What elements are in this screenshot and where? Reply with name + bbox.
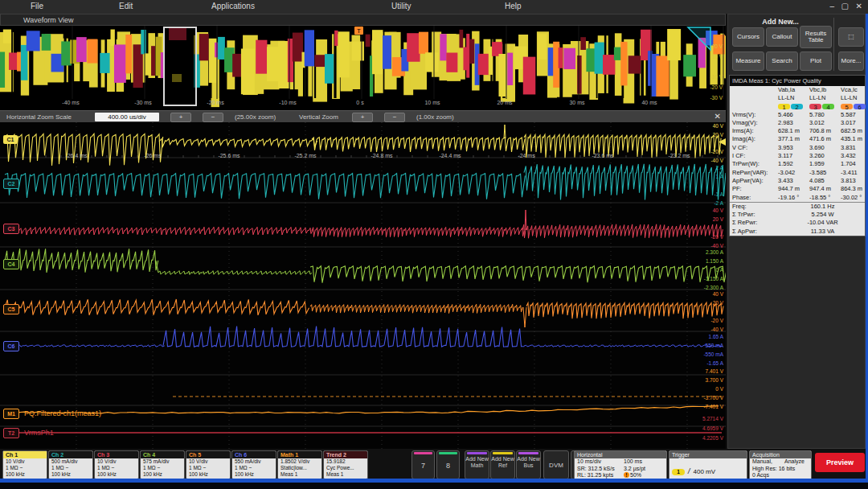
channel-tag-c1[interactable]: C1 [3,135,18,144]
zoom-selection-box[interactable] [163,27,197,106]
meas-col-header: Vbc,Ib [809,86,841,94]
c4-scale-label: 1.150 A [706,258,723,265]
scope-time-label: -26 ms [127,153,178,158]
meas-row: Irms(A):628.1 m706.8 m682.5 m [730,127,865,135]
meas-label: PF: [732,185,778,193]
badge-line: 1 MΩ ~ [49,465,92,471]
scope-view[interactable]: -26.4 ms -26 ms -25.6 ms -25.2 ms -24.8 … [0,122,726,449]
channel-badge-ch2[interactable]: Ch 2500 mA/div1 MΩ ~100 kHz [48,450,93,479]
meas-value: 944.7 m [778,185,809,193]
badge-line: 15.9182 [324,458,367,465]
hzoom-plus-button[interactable]: + [170,113,191,122]
add-new-math-button[interactable]: Add New Math [465,450,489,479]
vzoom-plus-button[interactable]: + [352,113,373,122]
trigger-slope-icon: / [688,467,690,475]
scope-waveform-plot [0,122,726,449]
c4-scale-label: -2.300 A [704,285,723,291]
search-button[interactable]: Search [766,51,798,71]
channel-8-button[interactable]: 8 [436,450,460,479]
t2-scale-label: 5.2714 V [702,416,723,422]
channel-badge-ch6[interactable]: Ch 6550 mA/div1 MΩ ~100 kHz [231,450,276,479]
channel-tag-t2[interactable]: T2 [3,428,19,438]
add-new-title: Add New... [728,18,833,26]
maximize-icon[interactable]: ▢ [841,2,849,10]
bottom-bar: Ch 110 V/div1 MΩ ~100 kHz Ch 2500 mA/div… [0,449,868,489]
math1-badge[interactable]: Math 11.8502 V/divStatic|low...Meas 1 [277,450,322,479]
channel-badge-ch3[interactable]: Ch 310 V/div1 MΩ ~100 kHz [94,450,139,479]
acquisition-panel[interactable]: Acquisition Manual,Analyze High Res: 16 … [749,450,812,481]
trend2-badge[interactable]: Trend 215.9182Cyc Powe...Meas 1 [323,450,368,479]
meas-value: 3.813 [841,177,867,185]
channel-tag-m1[interactable]: M1 [3,409,19,419]
add-new-bus-label: Add New Bus [517,456,540,469]
trigger-panel[interactable]: Trigger 1/400 mV [669,450,747,481]
badge-line: 1 MΩ ~ [3,465,47,471]
overview-waveform[interactable]: T -40 ms -30 ms -20 ms -10 ms 0 s 10 ms … [0,26,726,110]
meas-row: TrPwr(W):1.5921.9591.704 [730,160,865,168]
overview-scale-label: -30 V [710,95,723,101]
cursors-button[interactable]: Cursors [732,27,764,47]
meas-label: V CF: [732,144,778,152]
meas-value: 3.953 [778,144,809,152]
meas-row: Imag(A):377.1 m471.6 m435.1 m [730,135,865,143]
vzoom-minus-button[interactable]: − [384,113,405,122]
more-button-label: More... [841,58,862,64]
menu-item-utility[interactable]: Utility [391,2,411,10]
channel-tag-c5[interactable]: C5 [3,304,19,314]
meas-value: -3.042 [778,169,809,177]
meas-label: Vmag(V): [732,119,778,127]
meas-col-subheader: LL-LN [841,94,867,102]
waveform-view-tab[interactable]: Waveform View [0,14,726,26]
results-table-button[interactable]: Results Table [800,26,832,48]
channel-tag-c6[interactable]: C6 [3,341,19,351]
minimize-icon[interactable]: – [829,2,834,10]
menu-item-applications[interactable]: Applications [211,2,255,10]
add-new-bus-button[interactable]: Add New Bus [516,450,541,479]
channel-tag-c2[interactable]: C2 [3,179,19,189]
badge-line: 1 MΩ ~ [141,465,184,471]
meas-row: Vmag(V):2.9833.0123.017 [730,119,865,127]
measurement-results-table[interactable]: IMDA Meas 1: Cyc Power Quality Vab,Ia Vb… [729,75,866,236]
add-new-ref-button[interactable]: Add New Ref [490,450,515,479]
dvm-button[interactable]: DVM [543,450,569,479]
search-button-label: Search [772,58,792,64]
plot-button[interactable]: Plot [800,51,832,71]
badge-title: Ch 1 [3,451,47,458]
menu-item-help[interactable]: Help [505,2,522,10]
channel-7-button[interactable]: 7 [411,450,435,479]
horizontal-panel[interactable]: Horizontal 10 ms/div100 ms SR: 312.5 kS/… [574,450,667,481]
scope-time-label: -25.2 ms [280,153,331,158]
zoom-close-icon[interactable]: ✕ [714,112,721,121]
acq-mode: Manual, [752,458,784,466]
menu-item-file[interactable]: File [31,2,43,10]
measure-button[interactable]: Measure [732,51,764,71]
channel-badge-ch4[interactable]: Ch 4575 mA/div1 MΩ ~100 kHz [140,450,185,479]
close-icon[interactable]: ✕ [856,2,862,10]
meas-table-title: IMDA Meas 1: Cyc Power Quality [730,76,865,86]
channel-badge-ch1[interactable]: Ch 110 V/div1 MΩ ~100 kHz [2,450,47,479]
overview-waveform-plot: T [0,26,726,110]
summary-value: 11.33 VA [778,228,867,236]
t2-scale-label: 4.2205 V [702,435,723,442]
c1-scale-label: 40 V [713,123,723,129]
channel-badge-ch5[interactable]: Ch 510 V/div1 MΩ ~100 kHz [186,450,231,479]
channel-tag-c4[interactable]: C4 [3,259,19,269]
badge-line: 1.8502 V/div [278,458,321,465]
vzoom-factor-label: (1.00x zoom) [416,113,454,121]
vzoom-label: Vertical Zoom [299,113,338,121]
scope-time-label: -26.4 ms [51,153,102,158]
selection-tool-button[interactable]: ⬚ [838,27,864,47]
hzoom-label: Horizontal Zoom Scale [6,113,72,121]
meas-value: 1.704 [841,160,867,168]
c2-scale-label: -1 A [714,191,723,198]
hzoom-minus-button[interactable]: − [203,113,223,122]
callout-button[interactable]: Callout [766,27,798,47]
menu-item-edit[interactable]: Edit [119,2,133,10]
meas-value: 471.6 m [809,135,841,143]
more-button[interactable]: More... [838,51,864,71]
meas-value: -19.16 ° [778,194,809,202]
channel-tag-c3[interactable]: C3 [3,224,19,234]
preview-button[interactable]: Preview [815,453,865,472]
badge-line: 575 mA/div [141,458,184,465]
hzoom-value-input[interactable]: 400.00 us/div [95,113,159,121]
